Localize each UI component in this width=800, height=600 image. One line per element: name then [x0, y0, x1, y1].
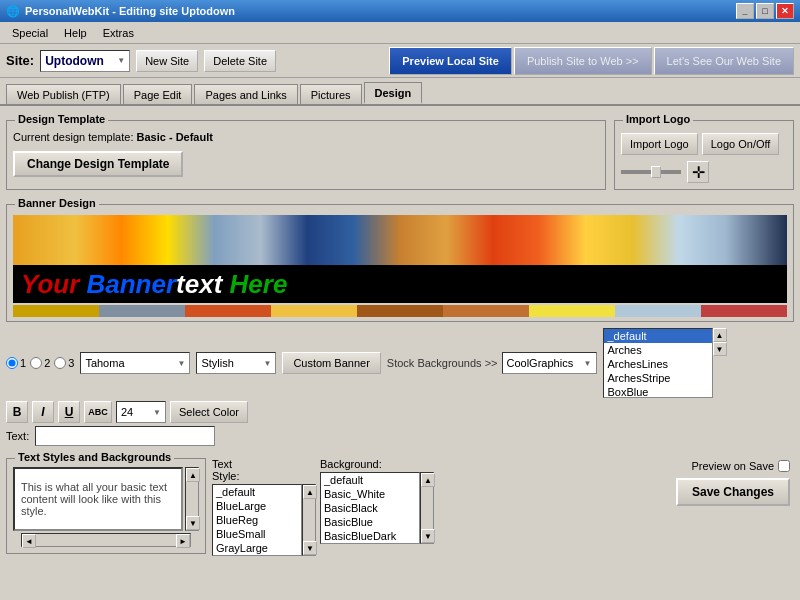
swatch-4[interactable] [271, 305, 357, 317]
tab-web-publish[interactable]: Web Publish (FTP) [6, 84, 121, 104]
tab-page-edit[interactable]: Page Edit [123, 84, 193, 104]
bg-basicbluedark[interactable]: BasicBlueDark [321, 529, 419, 543]
swatch-5[interactable] [357, 305, 443, 317]
style-dropdown[interactable]: Stylish ▼ [196, 352, 276, 374]
italic-button[interactable]: I [32, 401, 54, 423]
import-logo-group: Import Logo Import Logo Logo On/Off ✛ [614, 120, 794, 190]
text-hscroll-left[interactable]: ◄ [22, 534, 36, 548]
menu-extras[interactable]: Extras [95, 25, 142, 41]
bg-default[interactable]: _default [321, 473, 419, 487]
banner-text-your: Your [21, 269, 86, 300]
menu-special[interactable]: Special [4, 25, 56, 41]
font-dropdown[interactable]: Tahoma ▼ [80, 352, 190, 374]
banner-text-here: Here [230, 269, 288, 300]
our-website-tab[interactable]: Let's See Our Web Site [654, 47, 794, 75]
menu-bar: Special Help Extras [0, 22, 800, 44]
format-row: B I U ABC 24 ▼ Select Color [6, 401, 794, 423]
tab-pictures[interactable]: Pictures [300, 84, 362, 104]
swatch-6[interactable] [443, 305, 529, 317]
graphics-item-archesstripe[interactable]: ArchesStripe [604, 371, 712, 385]
text-scroll-up[interactable]: ▲ [186, 468, 200, 482]
site-dropdown[interactable]: Uptodown ▼ [40, 50, 130, 72]
graphics-item-default[interactable]: _default [604, 329, 712, 343]
swatch-9[interactable] [701, 305, 787, 317]
stock-bg-label: Stock Backgrounds >> [387, 357, 498, 369]
abc-button[interactable]: ABC [84, 401, 112, 423]
text-hscroll-right[interactable]: ► [176, 534, 190, 548]
style-default[interactable]: _default [213, 485, 301, 499]
scroll-down-arrow[interactable]: ▼ [713, 342, 727, 356]
current-label-text: Current design template: [13, 131, 133, 143]
title-bar-title: PersonalWebKit - Editing site Uptodown [25, 5, 235, 17]
preview-local-site-tab[interactable]: Preview Local Site [389, 47, 512, 75]
text-scroll-track [186, 482, 198, 516]
custom-banner-button[interactable]: Custom Banner [282, 352, 380, 374]
new-site-button[interactable]: New Site [136, 50, 198, 72]
bg-basicblack[interactable]: BasicBlack [321, 501, 419, 515]
text-style-listbox-container: _default BlueLarge BlueReg BlueSmall Gra… [212, 484, 316, 556]
bg-scroll-track [421, 487, 433, 529]
swatch-1[interactable] [13, 305, 99, 317]
style-scrollbar[interactable]: ▲ ▼ [302, 484, 316, 556]
import-logo-button[interactable]: Import Logo [621, 133, 698, 155]
select-color-button[interactable]: Select Color [170, 401, 248, 423]
change-design-button[interactable]: Change Design Template [13, 151, 183, 177]
style-scroll-down[interactable]: ▼ [303, 541, 317, 555]
swatch-2[interactable] [99, 305, 185, 317]
scroll-up-arrow[interactable]: ▲ [713, 328, 727, 342]
style-grayreg[interactable]: GrayReg [213, 555, 301, 556]
preview-on-save-checkbox[interactable] [778, 460, 790, 472]
underline-button[interactable]: U [58, 401, 80, 423]
style-bluereg[interactable]: BlueReg [213, 513, 301, 527]
close-button[interactable]: ✕ [776, 3, 794, 19]
style-scroll-up[interactable]: ▲ [303, 485, 317, 499]
swatch-7[interactable] [529, 305, 615, 317]
bg-scroll-down[interactable]: ▼ [421, 529, 435, 543]
style-bluelarge[interactable]: BlueLarge [213, 499, 301, 513]
publish-site-tab[interactable]: Publish Site to Web >> [514, 47, 652, 75]
title-bar-icon: 🌐 [6, 5, 20, 18]
graphics-item-arches[interactable]: Arches [604, 343, 712, 357]
radio-2[interactable] [30, 357, 42, 369]
minimize-button[interactable]: _ [736, 3, 754, 19]
bg-listbox[interactable]: _default Basic_White BasicBlack BasicBlu… [320, 472, 420, 544]
bg-scrollbar[interactable]: ▲ ▼ [420, 472, 434, 544]
style-graylarge[interactable]: GrayLarge [213, 541, 301, 555]
logo-toggle-button[interactable]: Logo On/Off [702, 133, 780, 155]
text-styles-inner: This is what all your basic text content… [13, 467, 199, 531]
tab-design[interactable]: Design [364, 82, 423, 104]
bg-basicblue[interactable]: BasicBlue [321, 515, 419, 529]
radio-3[interactable] [54, 357, 66, 369]
menu-help[interactable]: Help [56, 25, 95, 41]
text-input[interactable] [35, 426, 215, 446]
style-bluesmall[interactable]: BlueSmall [213, 527, 301, 541]
size-dropdown[interactable]: 24 ▼ [116, 401, 166, 423]
banner-text-text: text [176, 269, 229, 300]
text-style-listbox[interactable]: _default BlueLarge BlueReg BlueSmall Gra… [212, 484, 302, 556]
graphics-listbox-scrollbar[interactable]: ▲ ▼ [713, 328, 727, 356]
text-hscroll[interactable]: ◄ ► [21, 533, 191, 547]
bold-button[interactable]: B [6, 401, 28, 423]
swatch-8[interactable] [615, 305, 701, 317]
bg-basicwhite[interactable]: Basic_White [321, 487, 419, 501]
logo-slider-thumb[interactable] [651, 166, 661, 178]
bg-basicgreen[interactable]: BasicGreen [321, 543, 419, 544]
logo-move-icon[interactable]: ✛ [687, 161, 709, 183]
current-template-value: Basic - Default [137, 131, 213, 143]
radio-group: 1 2 3 [6, 357, 74, 369]
banner-image-strip [13, 215, 787, 265]
graphics-dropdown[interactable]: CoolGraphics ▼ [502, 352, 597, 374]
logo-position-row: ✛ [621, 161, 787, 183]
bg-scroll-up[interactable]: ▲ [421, 473, 435, 487]
delete-site-button[interactable]: Delete Site [204, 50, 276, 72]
tab-pages-links[interactable]: Pages and Links [194, 84, 297, 104]
graphics-listbox[interactable]: _default Arches ArchesLines ArchesStripe… [603, 328, 713, 398]
swatch-3[interactable] [185, 305, 271, 317]
graphics-item-archeslines[interactable]: ArchesLines [604, 357, 712, 371]
save-changes-button[interactable]: Save Changes [676, 478, 790, 506]
graphics-item-boxblue[interactable]: BoxBlue [604, 385, 712, 398]
text-scroll-down[interactable]: ▼ [186, 516, 200, 530]
radio-1[interactable] [6, 357, 18, 369]
maximize-button[interactable]: □ [756, 3, 774, 19]
text-styles-scrollbar[interactable]: ▲ ▼ [185, 467, 199, 531]
